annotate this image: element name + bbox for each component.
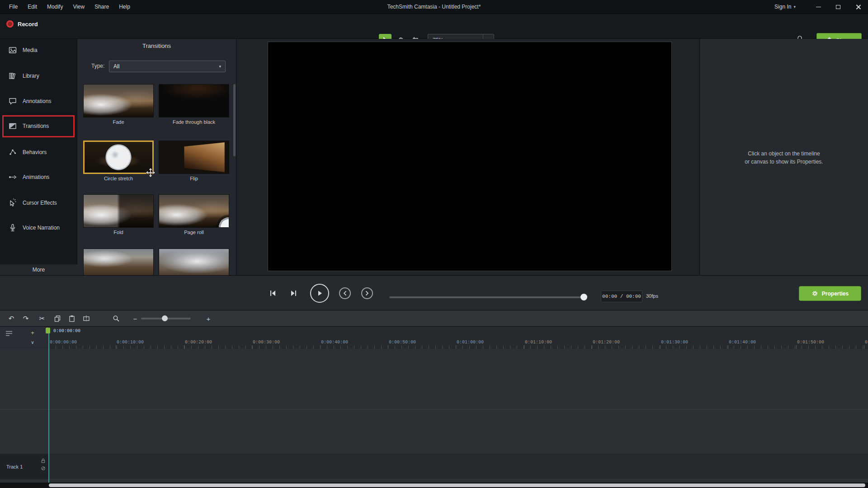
timeline-ruler[interactable]: 0:00:00:00 0:00:10:00 0:00:20:00 0:00:30… — [0, 326, 868, 349]
ruler-tick-label: 0:00:00:00 — [50, 340, 77, 345]
transition-item-fold[interactable]: Fold — [83, 194, 154, 235]
preview-canvas[interactable] — [268, 42, 672, 271]
transition-thumbnail — [83, 84, 154, 117]
add-track-button[interactable]: + — [28, 328, 37, 337]
maximize-button[interactable] — [828, 0, 848, 14]
chevron-down-icon: ▾ — [219, 64, 225, 69]
sidebar-item-annotations[interactable]: Annotations — [0, 93, 77, 109]
transition-item-partial-left[interactable] — [83, 249, 154, 275]
tools-sidebar: Media Library Annotations Transitions — [0, 39, 77, 275]
track-lane-1[interactable]: Track 1 — [0, 454, 868, 479]
timeline-zoom-button[interactable] — [111, 314, 121, 323]
camtasia-window: File Edit Modify View Share Help TechSmi… — [0, 0, 868, 488]
flip-art-pane — [184, 142, 224, 172]
menu-view[interactable]: View — [69, 2, 88, 12]
plus-icon: + — [207, 315, 211, 323]
transition-thumbnail — [159, 194, 229, 228]
previous-frame-button[interactable] — [268, 289, 277, 298]
sidebar-item-label: Cursor Effects — [23, 200, 57, 206]
timeline-toolbar: ↶ ↷ ✂ − — [0, 310, 868, 326]
transition-name: Fade through black — [159, 119, 229, 125]
undo-button[interactable]: ↶ — [6, 314, 16, 323]
seek-slider-handle[interactable] — [580, 294, 587, 300]
magnifier-icon — [113, 315, 120, 322]
play-button[interactable] — [310, 284, 329, 303]
sidebar-item-voice-narration[interactable]: Voice Narration — [0, 220, 77, 236]
seek-slider-track[interactable] — [389, 296, 587, 298]
panel-scrollbar[interactable] — [233, 84, 236, 156]
timeline-hscrollbar — [0, 483, 868, 488]
timeline-tracks-area[interactable]: Track 1 — [0, 349, 868, 483]
transition-item-fade[interactable]: Fade — [83, 84, 154, 125]
ruler-tick-label: 0:01:10:00 — [525, 340, 552, 345]
step-forward-icon — [289, 289, 298, 298]
type-filter-dropdown[interactable]: All ▾ — [109, 61, 226, 72]
properties-hint-line1: Click an object on the timeline — [700, 150, 868, 158]
sidebar-more-button[interactable]: More — [0, 264, 77, 275]
menu-bar: File Edit Modify View Share Help TechSmi… — [0, 0, 868, 14]
properties-button[interactable]: Properties — [799, 286, 861, 301]
transition-item-flip[interactable]: Flip — [159, 141, 229, 181]
copy-icon — [54, 315, 61, 322]
lock-track-icon[interactable] — [41, 458, 46, 463]
redo-button[interactable]: ↷ — [21, 314, 31, 323]
sidebar-item-cursor-effects[interactable]: Cursor Effects — [0, 195, 77, 211]
maximize-icon — [836, 5, 840, 9]
track-header-column: + ∨ — [0, 327, 49, 349]
sidebar-item-behaviors[interactable]: Behaviors — [0, 144, 77, 160]
mute-track-icon[interactable] — [41, 466, 46, 471]
step-forward-button[interactable] — [289, 289, 298, 298]
jump-forward-button[interactable] — [361, 287, 373, 299]
fold-art-seam — [84, 195, 153, 227]
menu-edit[interactable]: Edit — [24, 2, 41, 12]
properties-panel: Click an object on the timeline or canva… — [699, 39, 868, 275]
menu-help[interactable]: Help — [115, 2, 134, 12]
record-button[interactable]: Record — [6, 20, 38, 28]
properties-hint: Click an object on the timeline or canva… — [700, 150, 868, 166]
collapse-tracks-button[interactable]: ∨ — [28, 338, 37, 346]
transition-item-page-roll[interactable]: Page roll — [159, 194, 229, 235]
sidebar-item-transitions[interactable]: Transitions — [0, 118, 77, 134]
sidebar-item-label: Media — [23, 47, 38, 53]
minimize-icon — [816, 7, 821, 7]
close-button[interactable] — [848, 0, 868, 14]
playhead-handle[interactable] — [46, 328, 50, 333]
panel-title: Transitions — [77, 42, 236, 49]
timeline-zoom-slider-handle[interactable] — [162, 315, 168, 321]
transition-item-partial-right[interactable] — [159, 249, 229, 275]
menu-modify[interactable]: Modify — [43, 2, 66, 12]
split-icon — [83, 315, 90, 322]
library-icon — [8, 71, 17, 80]
zoom-out-button[interactable]: − — [130, 314, 140, 323]
transition-item-fade-through-black[interactable]: Fade through black — [159, 84, 229, 125]
sidebar-item-animations[interactable]: Animations — [0, 169, 77, 185]
previous-frame-icon — [268, 289, 277, 298]
transitions-panel: Transitions Type: All ▾ Fade Fade throug… — [77, 39, 236, 275]
split-button[interactable] — [81, 314, 91, 323]
transition-item-circle-stretch[interactable]: Circle stretch — [83, 141, 154, 181]
track-options-icon[interactable] — [5, 330, 13, 337]
paste-button[interactable] — [67, 314, 77, 323]
sidebar-item-media[interactable]: Media — [0, 42, 77, 58]
jump-back-button[interactable] — [339, 287, 351, 299]
sidebar-item-library[interactable]: Library — [0, 68, 77, 84]
playhead-line[interactable] — [48, 333, 49, 483]
zoom-in-button[interactable]: + — [203, 314, 213, 323]
minimize-button[interactable] — [808, 0, 828, 14]
menu-share[interactable]: Share — [91, 2, 113, 12]
scissors-icon: ✂ — [39, 314, 45, 323]
cut-button[interactable]: ✂ — [37, 314, 47, 323]
menu-file[interactable]: File — [5, 2, 21, 12]
record-label: Record — [18, 21, 38, 28]
annotations-icon — [8, 97, 17, 106]
sidebar-item-label: Voice Narration — [23, 225, 60, 231]
app-toolbar: Record 75% ▾ — [0, 14, 868, 39]
copy-button[interactable] — [52, 314, 62, 323]
record-icon — [6, 20, 14, 28]
sign-in-button[interactable]: Sign In ▾ — [774, 4, 796, 10]
track-name: Track 1 — [0, 464, 23, 469]
transition-thumbnail — [159, 141, 229, 174]
sign-in-label: Sign In — [774, 4, 791, 10]
timeline-hscrollbar-thumb[interactable] — [49, 483, 865, 487]
playback-bar: 00:00 / 00:00 30fps Properties — [0, 275, 868, 310]
